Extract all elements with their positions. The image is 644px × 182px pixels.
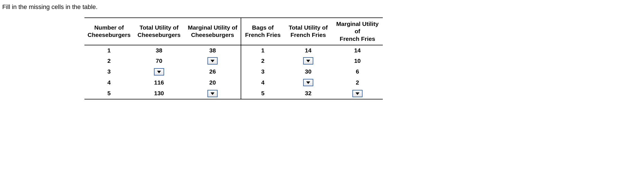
- mu-cheeseburgers-cell: 26: [184, 66, 241, 77]
- cell-value: 6: [356, 68, 359, 75]
- cell-value: 5: [261, 90, 265, 96]
- cell-value: 130: [154, 90, 164, 96]
- header-mu-cheeseburgers: Marginal Utility of Cheeseburgers: [184, 18, 241, 45]
- mu-cheeseburgers-cell: 38: [184, 45, 241, 56]
- num-cheeseburgers-cell: 5: [84, 88, 134, 99]
- cell-value: 2: [108, 57, 111, 64]
- num-cheeseburgers-cell: 1: [84, 45, 134, 56]
- mu-fries-cell: 14: [332, 45, 383, 56]
- tu-fries-cell: 14: [284, 45, 332, 56]
- mu-fries-cell: 2: [332, 77, 383, 88]
- table-row: 5130532: [84, 88, 383, 99]
- cell-value: 20: [209, 79, 216, 86]
- header-text: Cheeseburgers: [88, 32, 131, 38]
- mu-fries-cell: 10: [332, 56, 383, 66]
- mu-fries-cell: [332, 88, 383, 99]
- dropdown-select[interactable]: [303, 79, 313, 86]
- cell-value: 38: [156, 47, 162, 54]
- mu-cheeseburgers-cell: 20: [184, 77, 241, 88]
- header-text: French Fries: [340, 35, 375, 42]
- cell-value: 5: [108, 90, 111, 96]
- header-num-cheeseburgers: Number of Cheeseburgers: [84, 18, 134, 45]
- utility-table: Number of Cheeseburgers Total Utility of…: [84, 17, 383, 99]
- tu-cheeseburgers-cell: [134, 66, 184, 77]
- num-fries-cell: 4: [241, 77, 284, 88]
- cell-value: 70: [156, 57, 162, 64]
- header-tu-fries: Total Utility of French Fries: [284, 18, 332, 45]
- header-text: French Fries: [245, 32, 281, 38]
- header-text: Cheeseburgers: [191, 32, 234, 38]
- table-row: 3263306: [84, 66, 383, 77]
- table-header-row: Number of Cheeseburgers Total Utility of…: [84, 18, 383, 45]
- num-fries-cell: 3: [241, 66, 284, 77]
- cell-value: 38: [209, 47, 216, 54]
- table-row: 1383811414: [84, 45, 383, 56]
- utility-table-container: Number of Cheeseburgers Total Utility of…: [84, 17, 383, 99]
- num-fries-cell: 5: [241, 88, 284, 99]
- header-bags-fries: Bags of French Fries: [241, 18, 284, 45]
- num-cheeseburgers-cell: 3: [84, 66, 134, 77]
- cell-value: 14: [305, 47, 311, 54]
- header-text: French Fries: [290, 32, 326, 38]
- cell-value: 3: [261, 68, 265, 75]
- dropdown-select[interactable]: [207, 57, 218, 65]
- instruction-text: Fill in the missing cells in the table.: [0, 0, 644, 11]
- dropdown-select[interactable]: [352, 90, 363, 97]
- dropdown-select[interactable]: [154, 68, 164, 76]
- header-text: Bags of: [252, 24, 274, 31]
- tu-fries-cell: 32: [284, 88, 332, 99]
- cell-value: 26: [209, 68, 216, 75]
- num-fries-cell: 2: [241, 56, 284, 66]
- table-body: 13838114142702103263306411620425130532: [84, 45, 383, 99]
- header-text: Number of: [94, 24, 124, 31]
- tu-fries-cell: 30: [284, 66, 332, 77]
- dropdown-select[interactable]: [303, 57, 313, 65]
- dropdown-select[interactable]: [207, 90, 218, 97]
- header-text: Total Utility of: [140, 24, 178, 31]
- tu-cheeseburgers-cell: 38: [134, 45, 184, 56]
- cell-value: 3: [108, 68, 111, 75]
- cell-value: 30: [305, 68, 311, 75]
- header-tu-cheeseburgers: Total Utility of Cheeseburgers: [134, 18, 184, 45]
- header-text: Cheeseburgers: [138, 32, 181, 38]
- cell-value: 14: [354, 47, 361, 54]
- cell-value: 1: [261, 47, 265, 54]
- mu-cheeseburgers-cell: [184, 88, 241, 99]
- cell-value: 32: [305, 90, 311, 96]
- cell-value: 1: [108, 47, 111, 54]
- cell-value: 116: [154, 79, 164, 86]
- header-mu-fries: Marginal Utility of French Fries: [332, 18, 383, 45]
- num-cheeseburgers-cell: 4: [84, 77, 134, 88]
- tu-fries-cell: [284, 77, 332, 88]
- cell-value: 4: [261, 79, 265, 86]
- num-fries-cell: 1: [241, 45, 284, 56]
- tu-fries-cell: [284, 56, 332, 66]
- tu-cheeseburgers-cell: 70: [134, 56, 184, 66]
- cell-value: 2: [261, 57, 265, 64]
- header-text: Total Utility of: [289, 24, 328, 31]
- mu-fries-cell: 6: [332, 66, 383, 77]
- num-cheeseburgers-cell: 2: [84, 56, 134, 66]
- tu-cheeseburgers-cell: 116: [134, 77, 184, 88]
- tu-cheeseburgers-cell: 130: [134, 88, 184, 99]
- table-row: 270210: [84, 56, 383, 66]
- header-text: Marginal Utility of: [188, 24, 237, 31]
- header-text: Marginal Utility of: [336, 21, 379, 34]
- cell-value: 4: [108, 79, 111, 86]
- table-row: 41162042: [84, 77, 383, 88]
- cell-value: 10: [354, 57, 361, 64]
- mu-cheeseburgers-cell: [184, 56, 241, 66]
- cell-value: 2: [356, 79, 359, 86]
